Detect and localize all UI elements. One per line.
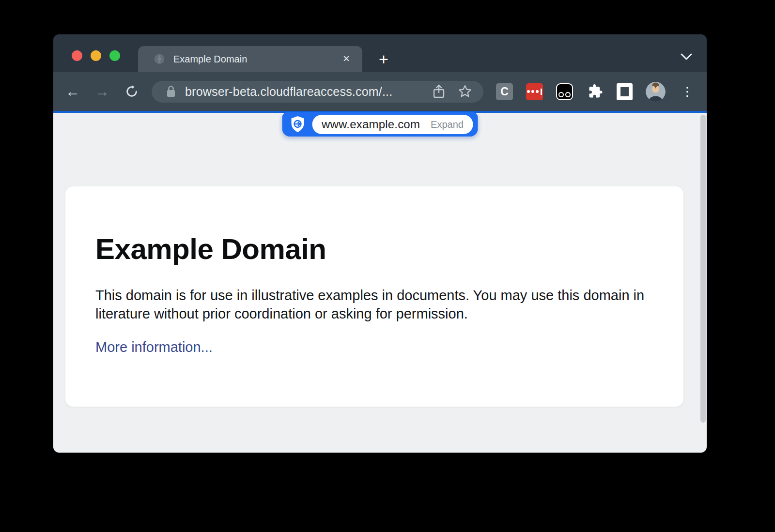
extension-icon-frame[interactable]: [617, 83, 633, 100]
zoom-window-button[interactable]: [109, 50, 120, 61]
chevron-down-icon[interactable]: [678, 48, 695, 65]
new-tab-button[interactable]: +: [373, 49, 394, 70]
globe-icon: [154, 53, 165, 65]
address-bar[interactable]: browser-beta.cloudflareaccess.com/...: [152, 81, 483, 103]
minimize-window-button[interactable]: [91, 50, 101, 61]
reload-button[interactable]: [121, 80, 143, 103]
browser-toolbar: ← → browser-beta.cloudflareaccess.com/..…: [53, 72, 707, 111]
page-title: Example Domain: [95, 232, 653, 266]
tab-title: Example Domain: [173, 54, 339, 65]
isolation-inner-pill: www.example.com Expand: [312, 115, 473, 134]
browser-window: Example Domain × + ← → browser-beta.clou…: [53, 34, 707, 453]
page-body-text: This domain is for use in illustrative e…: [95, 286, 652, 323]
back-button[interactable]: ←: [62, 80, 84, 103]
page-viewport: www.example.com Expand Example Domain Th…: [53, 113, 707, 453]
extension-icon-c[interactable]: C: [496, 83, 513, 100]
window-controls: [72, 50, 120, 61]
extensions-puzzle-icon[interactable]: [586, 83, 604, 100]
forward-button[interactable]: →: [91, 80, 113, 103]
tab-close-icon[interactable]: ×: [339, 52, 354, 66]
close-window-button[interactable]: [72, 50, 82, 61]
extension-icon-binoculars[interactable]: [556, 83, 573, 100]
isolated-domain-label: www.example.com: [322, 118, 420, 131]
share-icon[interactable]: [429, 82, 449, 101]
expand-button[interactable]: Expand: [431, 119, 464, 130]
bookmark-star-icon[interactable]: [455, 82, 475, 101]
shield-arrow-icon: [290, 116, 305, 133]
content-card: Example Domain This domain is for use in…: [65, 186, 683, 407]
vertical-scrollbar[interactable]: [700, 115, 706, 423]
isolation-domain-pill[interactable]: www.example.com Expand: [282, 112, 478, 137]
more-information-link[interactable]: More information...: [95, 339, 213, 355]
profile-avatar[interactable]: [646, 82, 666, 102]
tab-example-domain[interactable]: Example Domain ×: [138, 46, 362, 72]
extensions-row: C ⋮: [496, 82, 696, 102]
browser-menu-icon[interactable]: ⋮: [679, 82, 696, 101]
padlock-icon: [166, 85, 176, 98]
tab-strip: Example Domain × +: [53, 34, 707, 72]
extension-icon-lastpass[interactable]: [526, 83, 543, 100]
url-text[interactable]: browser-beta.cloudflareaccess.com/...: [185, 85, 422, 99]
